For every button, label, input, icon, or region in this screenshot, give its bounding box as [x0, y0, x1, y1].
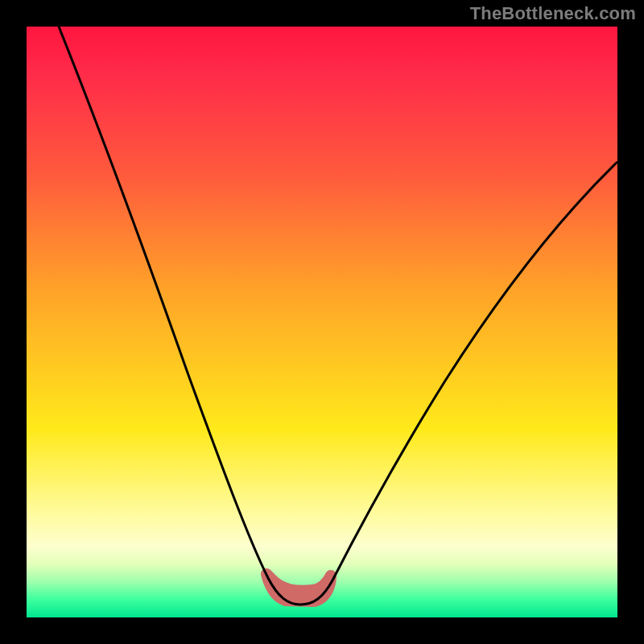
plot-area — [27, 27, 617, 617]
chart-frame: TheBottleneck.com — [0, 0, 644, 644]
watermark-text: TheBottleneck.com — [470, 3, 636, 24]
